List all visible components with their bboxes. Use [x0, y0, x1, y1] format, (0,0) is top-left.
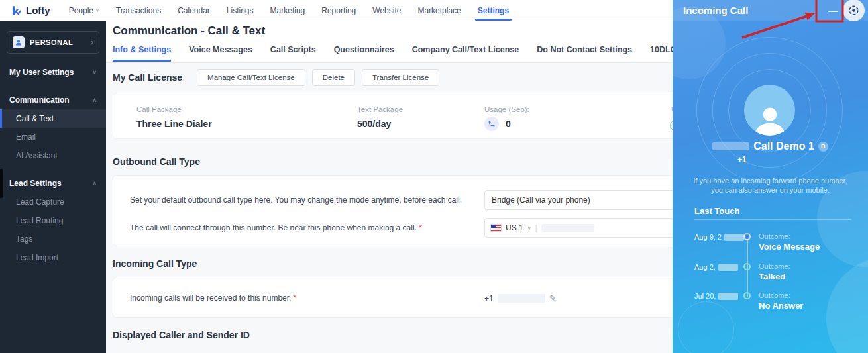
caller-phone: +1: [737, 155, 747, 164]
last-touch-divider: [694, 219, 851, 220]
outcome-label: Outcome:: [759, 232, 790, 240]
redacted-date-part: [718, 264, 738, 271]
nav-items: People ∨ Transactions Calendar Listings …: [69, 0, 509, 21]
screen-capture-icon: [847, 4, 860, 17]
usage-field: Usage (Sep): 0: [484, 105, 529, 131]
nav-item-transactions[interactable]: Transactions: [116, 0, 161, 21]
sidebar-group-communication: Communication ∧ Call & Text Email AI Ass…: [0, 91, 106, 165]
chevron-down-icon: ∨: [95, 7, 99, 13]
text-package-value: 500/day: [357, 119, 403, 129]
touch-entry-date: Jul 20,: [694, 292, 738, 300]
transfer-license-button[interactable]: Transfer License: [362, 69, 439, 86]
sidebar-item-tags[interactable]: Tags: [0, 230, 106, 248]
tab-do-not-contact[interactable]: Do Not Contact Settings: [537, 45, 632, 62]
screen-capture-button[interactable]: [843, 0, 865, 21]
caller-name-row: Call Demo 1 B: [673, 140, 868, 152]
browser-edge-handle[interactable]: [0, 169, 3, 198]
required-asterisk: *: [419, 223, 422, 232]
sidebar-item-lead-routing[interactable]: Lead Routing: [0, 211, 106, 230]
redacted-phone-number: [498, 294, 545, 303]
tab-call-scripts[interactable]: Call Scripts: [270, 45, 316, 62]
outcome-label: Outcome:: [759, 291, 790, 299]
manage-license-button[interactable]: Manage Call/Text License: [197, 69, 305, 86]
tab-voice-messages[interactable]: Voice Messages: [189, 45, 252, 62]
timeline-node: [743, 292, 751, 299]
phone-icon: [484, 117, 499, 131]
incoming-number-value: +1 ✎: [484, 293, 557, 303]
call-package-label: Call Package: [136, 105, 212, 113]
page-title: Communication - Call & Text: [113, 25, 265, 38]
outcome-value: Voice Message: [759, 242, 820, 252]
sidebar-group-my-user-settings: My User Settings ∨: [0, 63, 106, 81]
nav-item-reporting[interactable]: Reporting: [321, 0, 356, 21]
text-package-label: Text Package: [357, 105, 403, 113]
usage-value: 0: [506, 119, 511, 129]
redacted-date-part: [724, 234, 744, 241]
chevron-up-icon: ∧: [92, 180, 97, 187]
usage-label: Usage (Sep):: [484, 105, 529, 113]
caller-avatar: [744, 85, 795, 136]
redacted-date-part: [718, 293, 738, 300]
sidebar-item-lead-settings[interactable]: Lead Settings ∧: [0, 174, 106, 193]
sidebar-item-my-user-settings[interactable]: My User Settings ∨: [0, 63, 106, 81]
sidebar-item-lead-import[interactable]: Lead Import: [0, 248, 106, 267]
license-header-row: My Call License Manage Call/Text License…: [113, 69, 439, 86]
outbound-mode-select[interactable]: Bridge (Call via your phone): [484, 190, 703, 210]
sidebar-item-ai-assistant[interactable]: AI Assistant: [0, 146, 106, 165]
incoming-number-label: Incoming calls will be received to this …: [130, 293, 296, 303]
tab-company-license[interactable]: Company Call/Text License: [412, 45, 519, 62]
required-asterisk: *: [293, 293, 296, 303]
timeline-node: [743, 263, 751, 270]
account-avatar-icon: [13, 36, 25, 48]
redacted-phone-number: [541, 224, 594, 232]
nav-item-calendar[interactable]: Calendar: [178, 0, 210, 21]
last-touch-heading: Last Touch: [694, 206, 739, 216]
call-panel-title: Incoming Call: [683, 5, 748, 16]
touch-entry-date: Aug 2,: [694, 263, 738, 271]
license-heading: My Call License: [113, 72, 182, 83]
tab-questionnaires[interactable]: Questionnaires: [334, 45, 394, 62]
nav-item-people[interactable]: People ∨: [69, 0, 99, 21]
tab-bar: Info & Settings Voice Messages Call Scri…: [113, 45, 749, 62]
sidebar-item-call-and-text[interactable]: Call & Text: [0, 109, 106, 128]
settings-sidebar: PERSONAL › My User Settings ∨ Communicat…: [0, 21, 106, 353]
outcome-label: Outcome:: [759, 262, 790, 270]
forward-hint-text: If you have an incoming forward phone nu…: [684, 176, 856, 195]
nav-item-marketplace[interactable]: Marketplace: [417, 0, 461, 21]
app-window: Lofty People ∨ Transactions Calendar Lis…: [0, 0, 868, 353]
chevron-down-icon: ∨: [92, 69, 97, 76]
account-label: PERSONAL: [30, 38, 85, 46]
sidebar-item-communication[interactable]: Communication ∧: [0, 91, 106, 109]
nav-item-settings[interactable]: Settings: [478, 0, 509, 21]
sidebar-group-lead-settings: Lead Settings ∧ Lead Capture Lead Routin…: [0, 174, 106, 267]
nav-item-listings[interactable]: Listings: [227, 0, 254, 21]
delete-license-button[interactable]: Delete: [312, 69, 355, 86]
chevron-up-icon: ∧: [92, 97, 97, 103]
incoming-call-panel: Incoming Call — Call Demo 1 B +1 If you …: [673, 0, 868, 353]
outbound-number-input[interactable]: US 1 ∨ |: [484, 218, 703, 238]
decor-ring: [678, 301, 734, 353]
outcome-value: Talked: [759, 272, 785, 281]
tab-info-settings[interactable]: Info & Settings: [113, 45, 171, 62]
nav-item-marketing[interactable]: Marketing: [270, 0, 305, 21]
text-package-field: Text Package 500/day: [357, 105, 403, 129]
sidebar-item-lead-capture[interactable]: Lead Capture: [0, 193, 106, 211]
lofty-logo[interactable]: Lofty: [11, 5, 50, 17]
sidebar-item-email[interactable]: Email: [0, 128, 106, 146]
touch-entry-date: Aug 9, 2: [694, 233, 744, 241]
call-package-field: Call Package Three Line Dialer: [136, 105, 212, 129]
caller-name: Call Demo 1: [753, 140, 814, 152]
edit-icon[interactable]: ✎: [549, 293, 557, 303]
outbound-heading: Outbound Call Type: [113, 156, 200, 167]
outbound-mode-label: Set your default outbound call type here…: [130, 195, 462, 205]
outbound-number-label: The call will connect through this numbe…: [130, 223, 422, 232]
timeline-node: [743, 233, 751, 240]
outcome-value: No Answer: [759, 301, 803, 311]
minimize-button[interactable]: —: [824, 1, 842, 19]
nav-item-website[interactable]: Website: [372, 0, 401, 21]
logo-text: Lofty: [26, 5, 50, 16]
chevron-right-icon: ›: [91, 38, 93, 47]
us-flag-icon: [490, 224, 502, 232]
displayed-id-heading: Displayed Caller and Sender ID: [113, 330, 250, 340]
account-selector[interactable]: PERSONAL ›: [7, 31, 99, 54]
